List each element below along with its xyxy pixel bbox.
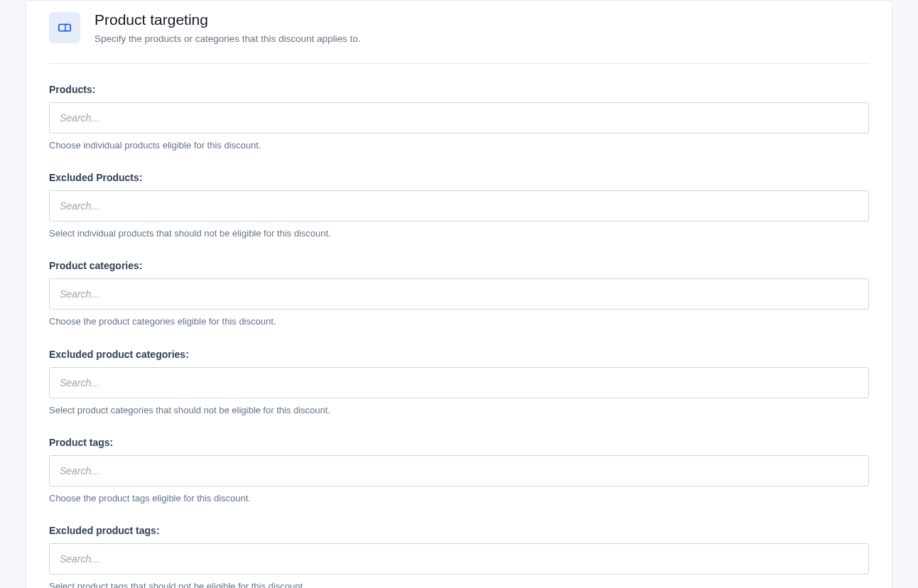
product-tags-group: Product tags: Choose the product tags el… xyxy=(49,437,869,505)
excluded-product-categories-input[interactable] xyxy=(49,367,869,398)
excluded-product-tags-input[interactable] xyxy=(49,543,869,575)
excluded-product-tags-label: Excluded product tags: xyxy=(49,525,869,536)
excluded-products-help: Select individual products that should n… xyxy=(49,227,869,240)
product-categories-label: Product categories: xyxy=(49,260,869,271)
ticket-icon xyxy=(49,12,80,43)
excluded-products-input[interactable] xyxy=(49,190,869,222)
products-help: Choose individual products eligible for … xyxy=(49,139,869,152)
product-targeting-card: Product targeting Specify the products o… xyxy=(26,0,892,588)
header-texts: Product targeting Specify the products o… xyxy=(94,11,360,46)
section-header: Product targeting Specify the products o… xyxy=(49,1,869,64)
excluded-product-categories-group: Excluded product categories: Select prod… xyxy=(49,349,869,417)
product-tags-input[interactable] xyxy=(49,455,869,486)
excluded-product-tags-group: Excluded product tags: Select product ta… xyxy=(49,525,869,588)
product-categories-help: Choose the product categories eligible f… xyxy=(49,315,869,328)
excluded-product-categories-label: Excluded product categories: xyxy=(49,349,869,360)
products-label: Products: xyxy=(49,84,869,95)
excluded-product-tags-help: Select product tags that should not be e… xyxy=(49,580,869,588)
excluded-products-label: Excluded Products: xyxy=(49,172,869,183)
products-group: Products: Choose individual products eli… xyxy=(49,84,869,152)
section-subtitle: Specify the products or categories that … xyxy=(94,33,360,46)
product-categories-input[interactable] xyxy=(49,278,869,310)
section-title: Product targeting xyxy=(94,11,360,28)
product-categories-group: Product categories: Choose the product c… xyxy=(49,260,869,328)
product-tags-help: Choose the product tags eligible for thi… xyxy=(49,492,869,505)
products-input[interactable] xyxy=(49,102,869,134)
excluded-products-group: Excluded Products: Select individual pro… xyxy=(49,172,869,240)
excluded-product-categories-help: Select product categories that should no… xyxy=(49,404,869,417)
page-container: Product targeting Specify the products o… xyxy=(0,0,918,588)
product-tags-label: Product tags: xyxy=(49,437,869,448)
